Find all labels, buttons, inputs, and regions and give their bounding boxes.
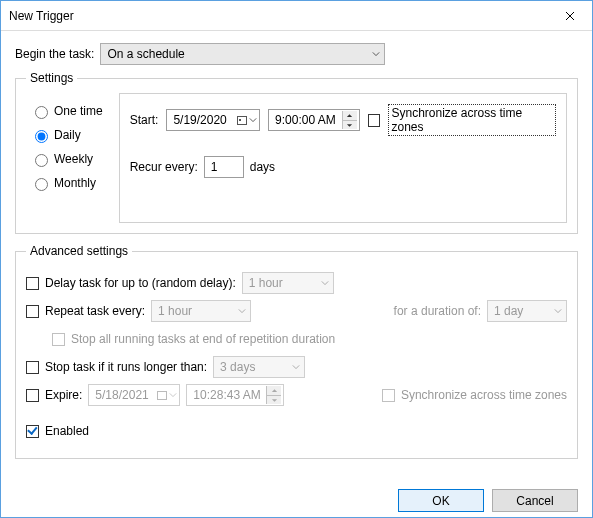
settings-group: Settings One time Daily Weekly <box>15 71 578 234</box>
delay-label: Delay task for up to (random delay): <box>45 276 236 290</box>
stop-longer-select[interactable]: 3 days <box>213 356 305 378</box>
dialog-content: Begin the task: On a schedule Settings O… <box>1 31 592 479</box>
enabled-checkbox[interactable] <box>26 425 39 438</box>
stop-repetition-label: Stop all running tasks at end of repetit… <box>71 332 335 346</box>
chevron-down-icon <box>238 308 246 314</box>
recur-input[interactable]: 1 <box>204 156 244 178</box>
duration-select[interactable]: 1 day <box>487 300 567 322</box>
ok-button[interactable]: OK <box>398 489 484 512</box>
stop-repetition-row: Stop all running tasks at end of repetit… <box>26 328 567 350</box>
expire-sync-checkbox <box>382 389 395 402</box>
chevron-down-icon <box>321 280 329 286</box>
close-icon <box>565 11 575 21</box>
begin-task-label: Begin the task: <box>15 47 94 61</box>
repeat-checkbox[interactable] <box>26 305 39 318</box>
svg-rect-1 <box>239 119 241 121</box>
delay-select[interactable]: 1 hour <box>242 272 334 294</box>
duration-label: for a duration of: <box>394 304 481 318</box>
start-time-input[interactable]: 9:00:00 AM <box>268 109 360 131</box>
expire-date-input[interactable]: 5/18/2021 <box>88 384 180 406</box>
schedule-panel: Start: 5/19/2020 9:00:00 AM <box>119 93 567 223</box>
stop-longer-label: Stop task if it runs longer than: <box>45 360 207 374</box>
expire-sync-group: Synchronize across time zones <box>382 388 567 402</box>
expire-checkbox[interactable] <box>26 389 39 402</box>
chevron-down-icon <box>372 51 380 57</box>
chevron-down-icon <box>292 364 300 370</box>
stop-longer-value: 3 days <box>220 360 288 374</box>
start-date-value: 5/19/2020 <box>173 113 226 127</box>
sync-checkbox[interactable] <box>368 114 381 127</box>
start-label: Start: <box>130 113 159 127</box>
expire-row: Expire: 5/18/2021 10:28:43 AM <box>26 384 567 406</box>
close-button[interactable] <box>547 1 592 31</box>
radio-one-time-label: One time <box>54 104 103 118</box>
start-time-value: 9:00:00 AM <box>275 113 336 127</box>
repeat-select[interactable]: 1 hour <box>151 300 251 322</box>
spinner-down[interactable] <box>343 120 357 129</box>
stop-longer-checkbox[interactable] <box>26 361 39 374</box>
delay-value: 1 hour <box>249 276 317 290</box>
begin-task-value: On a schedule <box>107 47 368 61</box>
radio-monthly-input[interactable] <box>35 178 48 191</box>
enabled-label: Enabled <box>45 424 89 438</box>
stop-repetition-checkbox <box>52 333 65 346</box>
stop-longer-row: Stop task if it runs longer than: 3 days <box>26 356 567 378</box>
radio-daily-input[interactable] <box>35 130 48 143</box>
enabled-row: Enabled <box>26 420 567 442</box>
chevron-down-icon <box>554 308 562 314</box>
chevron-down-icon <box>249 117 257 123</box>
delay-row: Delay task for up to (random delay): 1 h… <box>26 272 567 294</box>
svg-rect-2 <box>158 392 167 400</box>
start-date-input[interactable]: 5/19/2020 <box>166 109 260 131</box>
expire-time-value: 10:28:43 AM <box>193 388 260 402</box>
duration-value: 1 day <box>494 304 550 318</box>
expire-time-input[interactable]: 10:28:43 AM <box>186 384 284 406</box>
ok-button-label: OK <box>432 494 449 508</box>
radio-weekly[interactable]: Weekly <box>30 147 103 171</box>
begin-task-select[interactable]: On a schedule <box>100 43 385 65</box>
recur-days-label: days <box>250 160 275 174</box>
new-trigger-dialog: New Trigger Begin the task: On a schedul… <box>0 0 593 518</box>
delay-checkbox[interactable] <box>26 277 39 290</box>
radio-one-time-input[interactable] <box>35 106 48 119</box>
advanced-legend: Advanced settings <box>26 244 132 258</box>
radio-weekly-input[interactable] <box>35 154 48 167</box>
chevron-down-icon <box>169 392 177 398</box>
calendar-icon <box>237 115 247 125</box>
begin-task-row: Begin the task: On a schedule <box>15 43 578 65</box>
cancel-button[interactable]: Cancel <box>492 489 578 512</box>
sync-label: Synchronize across time zones <box>388 104 556 136</box>
titlebar: New Trigger <box>1 1 592 31</box>
radio-monthly[interactable]: Monthly <box>30 171 103 195</box>
expire-sync-label: Synchronize across time zones <box>401 388 567 402</box>
dialog-footer: OK Cancel <box>1 479 592 518</box>
expire-date-value: 5/18/2021 <box>95 388 148 402</box>
spinner-up[interactable] <box>267 386 281 395</box>
radio-one-time[interactable]: One time <box>30 99 103 123</box>
time-spinner[interactable] <box>266 386 281 404</box>
recur-label: Recur every: <box>130 160 198 174</box>
repeat-value: 1 hour <box>158 304 234 318</box>
window-title: New Trigger <box>9 9 547 23</box>
repeat-label: Repeat task every: <box>45 304 145 318</box>
spinner-down[interactable] <box>267 395 281 404</box>
radio-monthly-label: Monthly <box>54 176 96 190</box>
advanced-settings-group: Advanced settings Delay task for up to (… <box>15 244 578 459</box>
radio-daily-label: Daily <box>54 128 81 142</box>
spinner-up[interactable] <box>343 111 357 120</box>
frequency-radios: One time Daily Weekly Monthly <box>26 93 107 223</box>
radio-daily[interactable]: Daily <box>30 123 103 147</box>
cancel-button-label: Cancel <box>516 494 553 508</box>
settings-legend: Settings <box>26 71 77 85</box>
time-spinner[interactable] <box>342 111 357 129</box>
recur-value: 1 <box>211 160 218 174</box>
radio-weekly-label: Weekly <box>54 152 93 166</box>
svg-rect-0 <box>238 117 247 125</box>
repeat-row: Repeat task every: 1 hour for a duration… <box>26 300 567 322</box>
expire-label: Expire: <box>45 388 82 402</box>
calendar-icon <box>157 390 167 400</box>
